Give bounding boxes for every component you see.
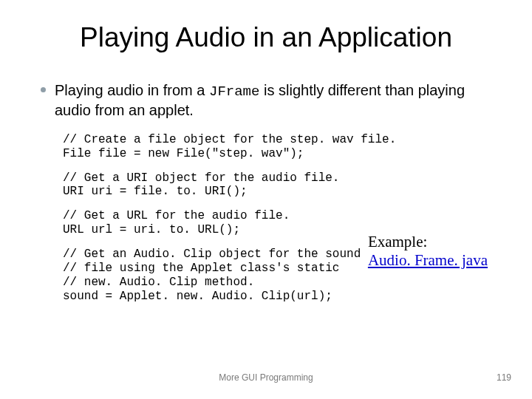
bullet-text: Playing audio in from a JFrame is slight… (55, 81, 491, 120)
bullet-item: Playing audio in from a JFrame is slight… (41, 81, 491, 120)
example-link[interactable]: Audio. Frame. java (368, 251, 488, 270)
footer-text: More GUI Programming (0, 372, 532, 383)
bullet-dot-icon (41, 87, 46, 92)
code-block-2: // Get a URI object for the audio file. … (63, 171, 491, 200)
slide-title: Playing Audio in an Application (41, 22, 491, 53)
page-number: 119 (497, 372, 511, 383)
example-label: Example: (368, 233, 488, 251)
bullet-code-inline: JFrame (209, 83, 259, 100)
bullet-pre: Playing audio in from a (55, 82, 209, 98)
example-box: Example: Audio. Frame. java (368, 233, 488, 270)
code-block-1: // Create a file object for the step. wa… (63, 133, 491, 161)
